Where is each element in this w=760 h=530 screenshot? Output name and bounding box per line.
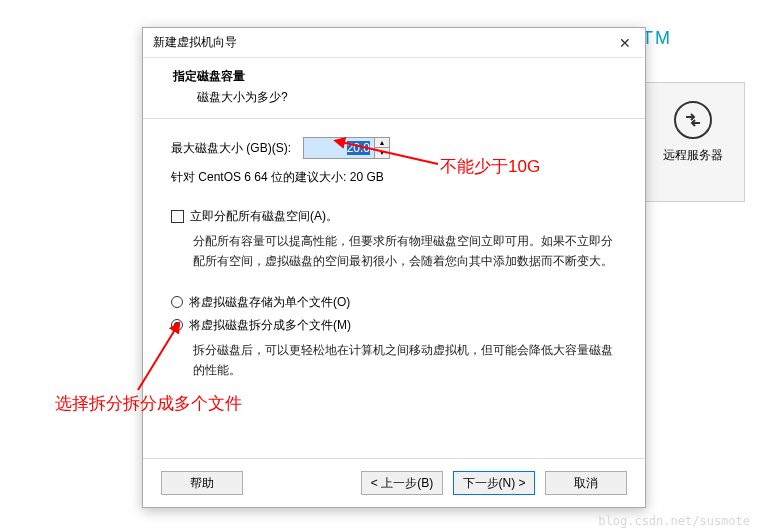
wizard-header: 指定磁盘容量 磁盘大小为多少? — [143, 58, 645, 119]
wizard-dialog: 新建虚拟机向导 ✕ 指定磁盘容量 磁盘大小为多少? 最大磁盘大小 (GB)(S)… — [142, 27, 646, 508]
allocate-now-label: 立即分配所有磁盘空间(A)。 — [190, 208, 338, 225]
help-button[interactable]: 帮助 — [161, 471, 243, 495]
wizard-content: 最大磁盘大小 (GB)(S): ▲ ▼ 针对 CentOS 6 64 位的建议大… — [143, 119, 645, 458]
split-description: 拆分磁盘后，可以更轻松地在计算机之间移动虚拟机，但可能会降低大容量磁盘的性能。 — [193, 340, 617, 381]
store-single-file-radio[interactable] — [171, 296, 183, 308]
spinner-down-icon[interactable]: ▼ — [375, 148, 389, 158]
titlebar: 新建虚拟机向导 ✕ — [143, 28, 645, 58]
disk-size-input[interactable] — [304, 138, 374, 158]
connect-arrows-icon — [681, 108, 705, 132]
disk-size-label: 最大磁盘大小 (GB)(S): — [171, 140, 291, 157]
remote-server-icon — [674, 101, 712, 139]
wizard-footer: 帮助 < 上一步(B) 下一步(N) > 取消 — [143, 458, 645, 507]
split-multiple-files-label: 将虚拟磁盘拆分成多个文件(M) — [189, 317, 351, 334]
watermark-text: blog.csdn.net/susmote — [598, 514, 750, 528]
dialog-title: 新建虚拟机向导 — [153, 34, 615, 51]
close-icon[interactable]: ✕ — [615, 35, 635, 51]
store-single-file-label: 将虚拟磁盘存储为单个文件(O) — [189, 294, 350, 311]
remote-server-label: 远程服务器 — [641, 147, 744, 164]
next-button[interactable]: 下一步(N) > — [453, 471, 535, 495]
back-button[interactable]: < 上一步(B) — [361, 471, 443, 495]
background-tm-text: TM — [642, 28, 672, 49]
cancel-button[interactable]: 取消 — [545, 471, 627, 495]
header-title: 指定磁盘容量 — [167, 68, 621, 85]
suggested-size-text: 针对 CentOS 6 64 位的建议大小: 20 GB — [171, 169, 617, 186]
header-subtitle: 磁盘大小为多少? — [197, 89, 621, 106]
remote-server-card: 远程服务器 — [640, 82, 745, 202]
split-multiple-files-radio[interactable] — [171, 319, 183, 331]
allocate-now-description: 分配所有容量可以提高性能，但要求所有物理磁盘空间立即可用。如果不立即分配所有空间… — [193, 231, 617, 272]
spinner-up-icon[interactable]: ▲ — [375, 138, 389, 148]
disk-size-spinner[interactable]: ▲ ▼ — [303, 137, 390, 159]
allocate-now-checkbox[interactable] — [171, 210, 184, 223]
